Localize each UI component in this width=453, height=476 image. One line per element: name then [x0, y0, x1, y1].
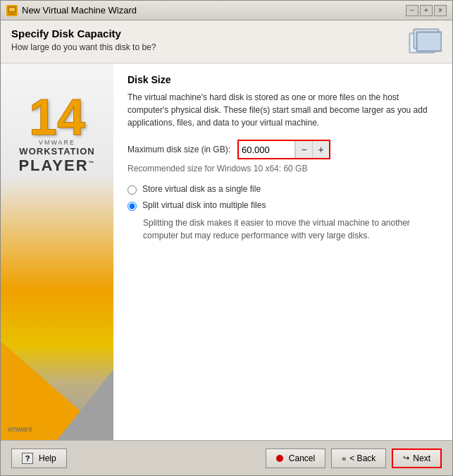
help-icon: ? — [22, 453, 33, 464]
next-label: Next — [413, 453, 430, 463]
radio-multiple-files-label: Split virtual disk into multiple files — [142, 200, 266, 210]
sidebar-number: 14 — [29, 92, 85, 142]
footer-left: ? Help — [11, 448, 67, 468]
cancel-label: Cancel — [289, 453, 315, 463]
sidebar: 14 VMWARE WORKSTATION PLAYER™ vmware — [1, 63, 113, 440]
sidebar-player-label: PLAYER™ — [18, 157, 95, 175]
sidebar-workstation-label: WORKSTATION — [19, 146, 94, 157]
wizard-header: Specify Disk Capacity How large do you w… — [1, 20, 452, 63]
maximize-button[interactable]: + — [420, 5, 433, 16]
disk-size-input[interactable] — [239, 141, 295, 158]
radio-single-file-option[interactable]: Store virtual disk as a single file — [128, 184, 438, 195]
back-icon: « — [342, 454, 346, 463]
window-title: New Virtual Machine Wizard — [22, 5, 137, 16]
disk-description: The virtual machine's hard disk is store… — [128, 91, 438, 129]
page-title: Specify Disk Capacity — [11, 28, 156, 39]
radio-single-file-label: Store virtual disk as a single file — [142, 184, 261, 194]
title-bar-left: New Virtual Machine Wizard — [6, 5, 137, 16]
sidebar-tm: ™ — [89, 160, 96, 166]
disk-size-increase-button[interactable]: + — [312, 141, 329, 158]
disk-size-heading: Disk Size — [128, 74, 438, 85]
header-text: Specify Disk Capacity How large do you w… — [11, 28, 156, 52]
svg-rect-2 — [8, 13, 15, 15]
radio-single-file-input[interactable] — [128, 185, 137, 195]
help-label: Help — [39, 453, 56, 463]
page-subtitle: How large do you want this disk to be? — [11, 42, 156, 52]
main-content: 14 VMWARE WORKSTATION PLAYER™ vmware Dis… — [1, 63, 452, 440]
sidebar-bottom-text: vmware — [8, 425, 32, 433]
app-icon — [6, 5, 18, 16]
radio-multiple-files-description: Splitting the disk makes it easier to mo… — [143, 216, 438, 242]
help-button[interactable]: ? Help — [11, 448, 67, 468]
window-controls: − + × — [406, 5, 447, 16]
radio-multiple-files-option[interactable]: Split virtual disk into multiple files — [128, 200, 438, 211]
sidebar-decoration-gray — [57, 370, 113, 440]
title-bar: New Virtual Machine Wizard − + × — [1, 1, 452, 20]
radio-multiple-files-input[interactable] — [128, 202, 137, 211]
footer-right: Cancel « < Back ↪ Next — [266, 448, 442, 468]
next-button[interactable]: ↪ Next — [392, 448, 442, 468]
wizard-footer: ? Help Cancel « < Back ↪ Next — [1, 440, 452, 475]
minimize-button[interactable]: − — [406, 5, 418, 16]
disk-size-label: Maximum disk size (in GB): — [128, 145, 230, 154]
disk-size-row: Maximum disk size (in GB): − + — [128, 140, 438, 159]
back-button[interactable]: « < Back — [331, 448, 386, 468]
back-label: < Back — [349, 453, 376, 463]
disk-size-decrease-button[interactable]: − — [295, 141, 312, 158]
content-panel: Disk Size The virtual machine's hard dis… — [113, 63, 452, 440]
cancel-dot-icon — [276, 455, 283, 462]
cancel-button[interactable]: Cancel — [266, 448, 325, 468]
svg-rect-8 — [418, 33, 440, 50]
recommended-text: Recommended size for Windows 10 x64: 60 … — [128, 164, 438, 173]
sidebar-logo: 14 VMWARE WORKSTATION PLAYER™ — [18, 92, 95, 175]
main-window: New Virtual Machine Wizard − + × Specify… — [0, 0, 453, 476]
disk-size-control: − + — [237, 140, 330, 159]
next-icon: ↪ — [403, 453, 409, 463]
close-button[interactable]: × — [434, 5, 447, 16]
header-icon — [408, 28, 442, 57]
sidebar-vmware-label: VMWARE — [39, 139, 75, 146]
svg-rect-1 — [9, 8, 15, 11]
